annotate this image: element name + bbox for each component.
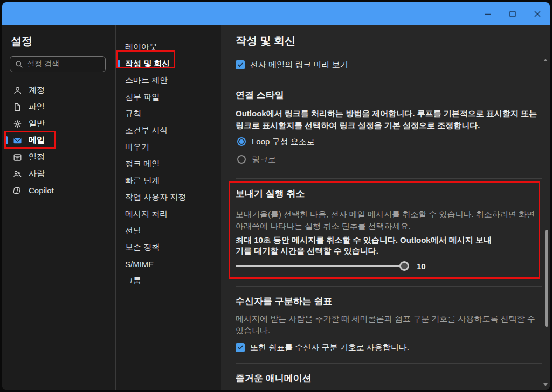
- undo-send-section: 보내기 실행 취소 보내기을(를) 선택한 다음, 전자 메일 메시지를 취소할…: [236, 187, 542, 271]
- search-icon: [15, 60, 23, 68]
- settings-sidebar: 설정 설정 검색 계정파일일반메일일정사람Copilot: [2, 25, 116, 390]
- undo-send-slider[interactable]: [236, 261, 408, 271]
- settings-title: 설정: [11, 33, 115, 48]
- loop-radio[interactable]: [237, 137, 246, 146]
- comma-description: 메시지에 받는 사람을 추가할 때 세미콜론과 쉼표 구분 기호를 사용하도록 …: [236, 313, 542, 337]
- nav-item-4[interactable]: 규칙: [116, 106, 221, 122]
- sidebar-item-calendar[interactable]: 일정: [2, 149, 115, 165]
- scrollbar-thumb[interactable]: [545, 230, 548, 327]
- sidebar-item-mail[interactable]: 메일: [2, 132, 115, 149]
- sidebar-item-label: 메일: [29, 135, 45, 145]
- scroll-up-arrow-icon[interactable]: [543, 59, 548, 61]
- copilot-icon: [13, 186, 22, 195]
- divider: [236, 82, 542, 82]
- divider: [236, 363, 542, 364]
- check-icon: [237, 344, 244, 351]
- sidebar-item-people[interactable]: 사람: [2, 165, 115, 182]
- nav-item-label: 그룹: [125, 276, 141, 286]
- comma-heading: 수신자를 구분하는 쉼표: [236, 295, 542, 308]
- nav-item-label: S/MIME: [125, 260, 154, 269]
- divider: [236, 54, 542, 54]
- undo-send-slider-row: 10: [236, 261, 542, 271]
- nav-item-label: 정크 메일: [125, 159, 160, 169]
- comma-checkbox[interactable]: [236, 343, 245, 352]
- settings-content-pane: 작성 및 회신 전자 메일의 링크 미리 보기 연결 스타일 Outlook에서…: [221, 25, 550, 390]
- comma-checkbox-row: 또한 쉼표를 수신자 구분 기호로 사용합니다.: [236, 341, 542, 353]
- nav-item-label: 스마트 제안: [125, 75, 168, 86]
- nav-item-1[interactable]: 작성 및 회신: [116, 55, 221, 72]
- nav-item-12[interactable]: 보존 정책: [116, 239, 221, 256]
- settings-category-list: 계정파일일반메일일정사람Copilot: [2, 82, 115, 199]
- nav-item-label: 전달: [125, 226, 141, 236]
- nav-item-8[interactable]: 빠른 단계: [116, 172, 221, 189]
- loop-option-row: Loop 구성 요소로: [237, 136, 542, 147]
- nav-item-label: 첨부 파일: [125, 92, 160, 102]
- nav-item-2[interactable]: 스마트 제안: [116, 72, 221, 89]
- settings-search-input[interactable]: 설정 검색: [10, 56, 106, 72]
- nav-item-10[interactable]: 메시지 처리: [116, 206, 221, 222]
- sidebar-item-label: 파일: [29, 102, 45, 112]
- link-option-row: 링크로: [237, 154, 542, 165]
- sidebar-item-person[interactable]: 계정: [2, 82, 115, 99]
- mail-settings-nav-list: 레이아웃작성 및 회신스마트 제안첨부 파일규칙조건부 서식비우기정크 메일빠른…: [116, 39, 221, 289]
- undo-send-heading: 보내기 실행 취소: [236, 187, 542, 200]
- outlook-settings-window: 설정 설정 검색 계정파일일반메일일정사람Copilot 레이아웃작성 및 회신…: [2, 2, 550, 390]
- nav-item-label: 조건부 서식: [125, 125, 168, 136]
- link-style-description: Outlook에서 링크를 처리하는 방법을 제어합니다. 루프를 기본적으로 …: [236, 108, 542, 131]
- sidebar-item-copilot[interactable]: Copilot: [2, 182, 115, 199]
- nav-item-label: 규칙: [125, 109, 141, 119]
- sidebar-item-label: 계정: [29, 85, 45, 95]
- link-preview-row: 전자 메일의 링크 미리 보기: [236, 59, 542, 71]
- page-title: 작성 및 회신: [236, 25, 542, 48]
- close-icon: [534, 10, 541, 18]
- sidebar-item-gear[interactable]: 일반: [2, 115, 115, 132]
- link-preview-checkbox[interactable]: [236, 60, 245, 69]
- sidebar-item-file[interactable]: 파일: [2, 99, 115, 115]
- nav-item-label: 보존 정책: [125, 242, 160, 253]
- gear-icon: [13, 120, 22, 128]
- nav-item-14[interactable]: 그룹: [116, 272, 221, 289]
- minimize-icon: [484, 10, 492, 18]
- scroll-down-arrow-icon[interactable]: [543, 383, 548, 386]
- selected-indicator: [118, 60, 120, 68]
- slider-track: [236, 265, 408, 267]
- maximize-icon: [509, 10, 516, 18]
- nav-item-13[interactable]: S/MIME: [116, 256, 221, 272]
- nav-item-7[interactable]: 정크 메일: [116, 156, 221, 172]
- maximize-button[interactable]: [500, 2, 525, 25]
- link-radio[interactable]: [237, 155, 246, 164]
- nav-item-label: 레이아웃: [125, 42, 157, 52]
- loop-radio-label: Loop 구성 요소로: [252, 137, 315, 147]
- minimize-button[interactable]: [475, 2, 500, 25]
- mail-settings-nav: 레이아웃작성 및 회신스마트 제안첨부 파일규칙조건부 서식비우기정크 메일빠른…: [116, 25, 221, 390]
- link-radio-label: 링크로: [252, 155, 276, 165]
- animations-heading: 즐거운 애니메이션: [236, 372, 542, 385]
- nav-item-11[interactable]: 전달: [116, 222, 221, 239]
- slider-value: 10: [417, 262, 426, 271]
- title-bar: [2, 2, 550, 25]
- nav-item-0[interactable]: 레이아웃: [116, 39, 221, 55]
- link-preview-label: 전자 메일의 링크 미리 보기: [250, 60, 348, 70]
- sidebar-item-label: 일반: [29, 118, 45, 129]
- close-button[interactable]: [525, 2, 550, 25]
- slider-thumb[interactable]: [399, 261, 409, 271]
- calendar-icon: [13, 153, 22, 162]
- sidebar-item-label: 일정: [29, 152, 45, 162]
- divider: [236, 178, 542, 179]
- mail-icon: [13, 136, 22, 145]
- nav-item-label: 작성 및 회신: [125, 59, 170, 69]
- nav-item-3[interactable]: 첨부 파일: [116, 89, 221, 106]
- nav-item-6[interactable]: 비우기: [116, 139, 221, 156]
- nav-item-5[interactable]: 조건부 서식: [116, 122, 221, 139]
- sidebar-item-label: 사람: [29, 169, 45, 179]
- nav-item-label: 비우기: [125, 142, 149, 152]
- nav-item-label: 빠른 단계: [125, 176, 160, 186]
- link-style-heading: 연결 스타일: [236, 89, 542, 102]
- file-icon: [13, 103, 22, 111]
- check-icon: [237, 61, 244, 68]
- nav-item-label: 작업 사용자 지정: [125, 192, 186, 202]
- undo-send-description: 보내기을(를) 선택한 다음, 전자 메일 메시지를 취소할 수 있습니다. 취…: [236, 208, 542, 232]
- sidebar-item-label: Copilot: [29, 186, 54, 195]
- nav-item-9[interactable]: 작업 사용자 지정: [116, 189, 221, 206]
- undo-send-slider-caption: 최대 10초 동안 메시지를 취소할 수 있습니다. Outlook에서 메시지…: [236, 235, 494, 256]
